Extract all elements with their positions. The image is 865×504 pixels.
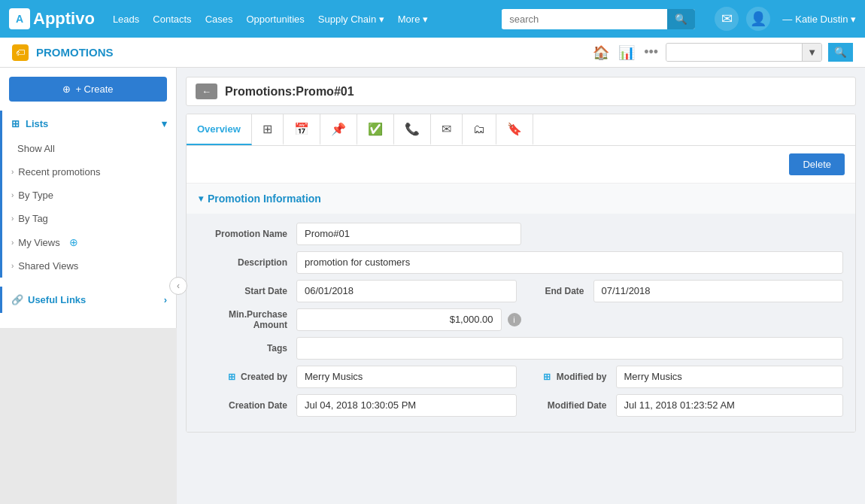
breadcrumb-bar: ← Promotions:Promo#01	[186, 77, 856, 106]
tags-label: Tags	[199, 343, 296, 354]
sidebar-collapse-button[interactable]: ‹	[169, 277, 187, 295]
sidebar-wrapper: ⊕ + Create ⊞ Lists ▾ Show All › Recent p…	[0, 68, 177, 504]
tab2-icon: ⊞	[263, 122, 272, 136]
tab-8[interactable]: 🗂	[463, 114, 496, 145]
user-menu[interactable]: — Katie Dustin ▾	[782, 14, 856, 25]
dots-icon[interactable]: •••	[642, 43, 660, 62]
description-value: promotion for customers	[296, 251, 843, 274]
field-group-name: Promotion Name Promo#01	[199, 223, 521, 245]
modified-date-value: Jul 11, 2018 01:23:52 AM	[616, 394, 844, 417]
detail-card: Overview ⊞ 📅 📌 ✅ 📞 ✉	[186, 114, 856, 433]
shared-views-label: Shared Views	[18, 260, 78, 272]
home-icon[interactable]: 🏠	[591, 43, 611, 62]
recent-promotions-chevron: ›	[11, 168, 14, 176]
field-group-created-by: ⊞ Created by Merry Musics	[199, 366, 517, 388]
tab9-icon: 🔖	[507, 122, 522, 136]
sub-search-bar: ▼	[666, 43, 822, 62]
sidebar-shared-views[interactable]: › Shared Views	[2, 254, 176, 278]
sidebar: ⊕ + Create ⊞ Lists ▾ Show All › Recent p…	[0, 68, 177, 328]
nav-supply-chain[interactable]: Supply Chain ▾	[318, 14, 384, 25]
show-all-label: Show All	[17, 143, 55, 154]
tab-3[interactable]: 📅	[284, 114, 320, 145]
section-header[interactable]: ▾ Promotion Information	[187, 184, 855, 214]
nav-cases[interactable]: Cases	[205, 14, 233, 25]
sidebar-by-tag[interactable]: › By Tag	[2, 207, 176, 230]
tab-overview-label: Overview	[197, 123, 241, 135]
sidebar-show-all[interactable]: Show All	[2, 137, 176, 160]
my-views-label: My Views	[18, 237, 59, 248]
tab-5[interactable]: ✅	[357, 114, 394, 145]
lists-chevron-icon: ▾	[162, 118, 167, 129]
delete-button[interactable]: Delete	[789, 153, 845, 175]
sub-search-dropdown[interactable]: ▼	[802, 44, 821, 61]
breadcrumb-title: Promotions:Promo#01	[225, 85, 354, 99]
link-icon: 🔗	[11, 294, 23, 305]
field-group-min-purchase: Min.Purchase Amount $1,000.00 i	[199, 308, 521, 331]
tab7-icon: ✉	[442, 122, 451, 136]
logo-text: Apptivo	[33, 9, 95, 29]
useful-links-label: Useful Links	[28, 294, 86, 305]
start-date-label: Start Date	[199, 286, 296, 296]
by-type-chevron: ›	[11, 191, 14, 199]
modified-icon: ⊞	[543, 372, 551, 382]
nav-opportunities[interactable]: Opportunities	[246, 14, 304, 25]
tags-value	[296, 337, 843, 360]
modified-date-label: Modified Date	[526, 400, 616, 411]
tab-9[interactable]: 🔖	[496, 114, 533, 145]
tab5-icon: ✅	[368, 122, 383, 136]
my-views-chevron: ›	[11, 238, 14, 247]
create-button[interactable]: ⊕ + Create	[9, 77, 167, 102]
field-group-modified-by: ⊞ Modified by Merry Musics	[526, 366, 844, 388]
end-date-value: 07/11/2018	[593, 280, 844, 302]
form-row-created-modified: ⊞ Created by Merry Musics ⊞ Modified by …	[199, 366, 843, 388]
form-body: Promotion Name Promo#01 Description prom…	[187, 214, 855, 432]
sub-search-go-button[interactable]: 🔍	[828, 43, 853, 62]
tab-4[interactable]: 📌	[320, 114, 357, 145]
tab4-icon: 📌	[331, 122, 346, 136]
create-icon: ⊕	[62, 83, 71, 95]
sidebar-lists-header[interactable]: ⊞ Lists ▾	[2, 111, 176, 137]
search-input[interactable]	[502, 10, 667, 29]
sidebar-lists-section: ⊞ Lists ▾ Show All › Recent promotions ›…	[0, 111, 176, 278]
sidebar-my-views[interactable]: › My Views ⊕	[2, 230, 176, 254]
creation-date-label: Creation Date	[199, 400, 296, 411]
chart-icon[interactable]: 📊	[617, 43, 636, 62]
modified-by-label: ⊞ Modified by	[526, 372, 616, 382]
field-group-end-date: End Date 07/11/2018	[526, 280, 844, 302]
detail-toolbar: Delete	[187, 146, 855, 184]
creation-date-value: Jul 04, 2018 10:30:05 PM	[296, 394, 517, 417]
field-group-description: Description promotion for customers	[199, 251, 843, 274]
nav-contacts[interactable]: Contacts	[153, 14, 191, 25]
form-row-dates-meta: Creation Date Jul 04, 2018 10:30:05 PM M…	[199, 394, 843, 417]
tab-6[interactable]: 📞	[394, 114, 431, 145]
sidebar-by-type[interactable]: › By Type	[2, 184, 176, 207]
form-row-tags: Tags	[199, 337, 843, 360]
add-view-icon[interactable]: ⊕	[69, 236, 78, 248]
main-layout: ⊕ + Create ⊞ Lists ▾ Show All › Recent p…	[0, 68, 865, 504]
nav-more[interactable]: More ▾	[398, 14, 428, 25]
sidebar-recent-promotions[interactable]: › Recent promotions	[2, 160, 176, 184]
created-by-value: Merry Musics	[296, 366, 517, 388]
sidebar-useful-links[interactable]: 🔗 Useful Links ›	[0, 287, 176, 313]
tab-7[interactable]: ✉	[431, 114, 463, 145]
sub-header-title: PROMOTIONS	[36, 46, 114, 59]
field-group-modified-date: Modified Date Jul 11, 2018 01:23:52 AM	[526, 394, 844, 417]
tab-2[interactable]: ⊞	[252, 114, 284, 145]
modified-by-value: Merry Musics	[616, 366, 844, 388]
mail-icon[interactable]: ✉	[715, 7, 739, 31]
search-button[interactable]: 🔍	[667, 9, 695, 29]
min-purchase-label: Min.Purchase Amount	[199, 309, 296, 330]
tab8-icon: 🗂	[473, 123, 485, 136]
sub-search-input[interactable]	[666, 44, 802, 61]
nav-leads[interactable]: Leads	[113, 14, 139, 25]
back-button[interactable]: ←	[196, 83, 217, 99]
sub-header: 🏷 PROMOTIONS 🏠 📊 ••• ▼ 🔍	[0, 38, 865, 68]
field-group-start-date: Start Date 06/01/2018	[199, 280, 517, 302]
created-by-label: ⊞ Created by	[199, 372, 296, 382]
tab-overview[interactable]: Overview	[187, 114, 252, 145]
info-icon[interactable]: i	[508, 313, 521, 326]
contacts-icon[interactable]: 👤	[746, 7, 770, 31]
logo-icon: A	[9, 8, 30, 29]
sub-header-right: 🏠 📊 ••• ▼ 🔍	[591, 43, 853, 62]
promotion-name-label: Promotion Name	[199, 229, 296, 239]
